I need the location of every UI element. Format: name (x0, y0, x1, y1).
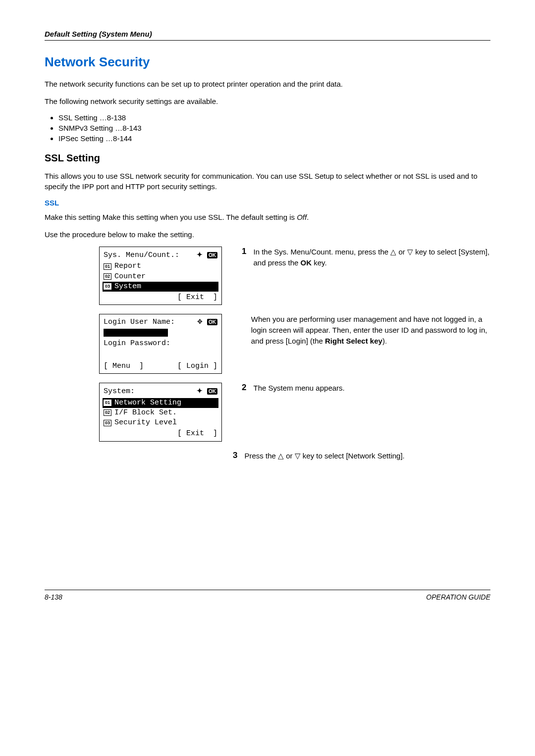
settings-list: SSL Setting …8-138 SNMPv3 Setting …8-143… (45, 113, 490, 143)
ssl-intro: This allows you to use SSL network secur… (45, 171, 490, 192)
item-num-icon: 02 (104, 409, 111, 416)
ssl-description: Make this setting Make this setting when… (45, 212, 490, 222)
up-key-icon: △ (278, 452, 284, 460)
footer-title: OPERATION GUIDE (426, 593, 490, 601)
step-number: 2 (242, 383, 246, 394)
intro-para-1: The network security functions can be se… (45, 79, 490, 89)
section-title: Network Security (45, 54, 490, 70)
arrow-icon: ✦ (197, 387, 203, 395)
input-cursor-field (104, 329, 168, 337)
ok-icon: OK (207, 252, 217, 258)
lcd-panel-system: System: ✦ OK 01Network Setting 02I/F Blo… (99, 383, 222, 441)
lcd-title: Sys. Menu/Count.: (104, 251, 179, 260)
step-body: Press the △ or ▽ key to select [Network … (244, 451, 404, 461)
step-body: The System menu appears. (253, 383, 344, 394)
down-key-icon: ▽ (407, 248, 413, 256)
ssl-setting-heading: SSL Setting (45, 152, 490, 164)
item-num-icon: 02 (104, 273, 111, 280)
list-item: SNMPv3 Setting …8-143 (58, 124, 490, 132)
item-num-icon: 03 (104, 420, 111, 426)
item-num-icon: 01 (104, 263, 111, 270)
step-number: 3 (233, 451, 237, 461)
lcd-title: System: (104, 387, 135, 397)
page-number: 8-138 (45, 593, 62, 601)
lcd-title: Login User Name: (104, 317, 175, 327)
ok-icon: OK (207, 319, 217, 325)
down-key-icon: ▽ (295, 452, 301, 460)
ssl-subheading: SSL (45, 199, 490, 207)
breadcrumb: Default Setting (System Menu) (45, 30, 152, 38)
item-num-icon: 01 (104, 400, 111, 406)
step-number: 1 (242, 247, 246, 268)
lcd-panel-login: Login User Name: ✥ OK Login Password: [ … (99, 314, 222, 374)
list-item: SSL Setting …8-138 (58, 113, 490, 122)
arrow-icon: ✦ (197, 251, 203, 258)
dpad-icon: ✥ (197, 318, 203, 325)
intro-para-2: The following network security settings … (45, 96, 490, 106)
lcd-panel-sys-menu: Sys. Menu/Count.: ✦ OK 01Report 02Counte… (99, 247, 222, 305)
up-key-icon: △ (390, 248, 396, 256)
list-item: IPSec Setting …8-144 (58, 134, 490, 143)
ok-icon: OK (207, 388, 217, 395)
step-number-blank (242, 314, 244, 346)
item-num-icon: 03 (104, 283, 111, 290)
step-body: In the Sys. Menu/Count. menu, press the … (253, 247, 490, 268)
ssl-procedure-intro: Use the procedure below to make the sett… (45, 229, 490, 240)
step-body: When you are performing user management … (251, 314, 490, 346)
